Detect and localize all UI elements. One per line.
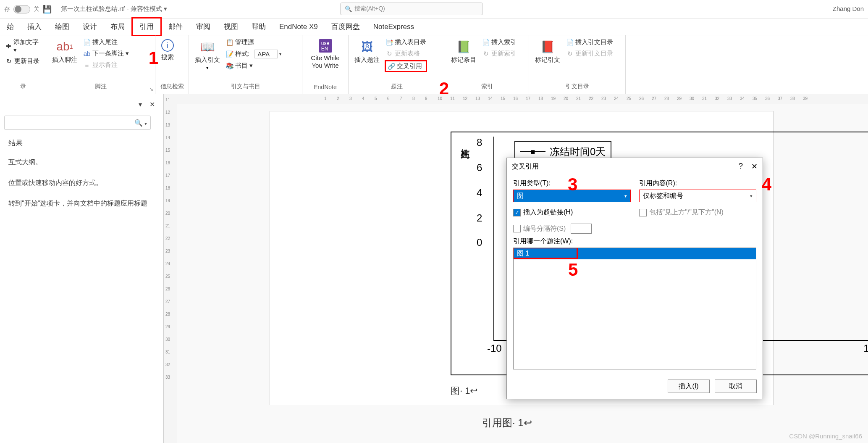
tab-view[interactable]: 视图 xyxy=(217,18,245,35)
insert-button[interactable]: 插入(I) xyxy=(668,380,710,393)
dialog-titlebar[interactable]: 交叉引用 ? ✕ xyxy=(507,158,763,175)
separator-input[interactable] xyxy=(571,224,592,234)
upd-auth-icon: ↻ xyxy=(566,50,574,58)
mark-icon: 📗 xyxy=(456,39,471,54)
ytick-8: 8 xyxy=(477,137,482,148)
bibliography-button[interactable]: 📚书目 ▾ xyxy=(225,61,282,71)
chevron-down-icon: ▾ xyxy=(750,193,753,199)
tab-layout[interactable]: 布局 xyxy=(104,18,131,35)
group-citation: 📖 插入引文▾ 📋管理源 📝样式: APA▾ 📚书目 ▾ 引文与书目 xyxy=(189,35,302,94)
dialog-help-icon[interactable]: ? xyxy=(739,162,743,171)
figure-caption: 图· 1↩ xyxy=(451,385,477,397)
insert-endnote-button[interactable]: 📄插入尾注 xyxy=(82,37,130,47)
annotation-3: 3 xyxy=(568,174,577,195)
manage-sources-button[interactable]: 📋管理源 xyxy=(225,37,282,47)
group-toc: ✚添加文字 ▾ ↻更新目录 录 xyxy=(0,35,46,94)
group-caption-label: 题注 xyxy=(353,82,441,92)
include-position-checkbox[interactable] xyxy=(639,209,647,216)
info-icon: i xyxy=(161,39,174,52)
save-icon[interactable]: 💾 xyxy=(43,5,51,13)
separator-label: 编号分隔符(S) xyxy=(523,224,566,233)
tab-design[interactable]: 设计 xyxy=(76,18,104,35)
nav-result-label: 结果 xyxy=(8,138,155,148)
manage-icon: 📋 xyxy=(226,39,233,46)
search-button[interactable]: i 搜索 xyxy=(160,37,176,63)
mark-citation-button[interactable]: 📕 标记引文 xyxy=(533,37,562,65)
list-item-fig1[interactable]: 图 1 xyxy=(514,248,756,259)
insert-authorities-button[interactable]: 📄插入引文目录 xyxy=(565,37,614,47)
refresh-icon: ↻ xyxy=(5,58,13,65)
ref-content-dropdown[interactable]: 仅标签和编号▾ xyxy=(639,190,757,202)
tab-noteexpress[interactable]: NoteExpress xyxy=(367,19,421,34)
tab-review[interactable]: 审阅 xyxy=(189,18,217,35)
caption-listbox[interactable]: 图 1 5 xyxy=(513,248,756,369)
add-text-button[interactable]: ✚添加文字 ▾ xyxy=(4,37,42,55)
insert-table-figures-button[interactable]: 📑插入表目录 xyxy=(385,37,427,47)
xtick-10: 10 xyxy=(863,343,868,354)
annotation-5: 5 xyxy=(568,260,578,280)
ytick-4: 4 xyxy=(477,187,482,199)
ytick-0: 0 xyxy=(477,237,482,248)
insert-footnote-button[interactable]: ab1 插入脚注 xyxy=(50,37,79,65)
separator-checkbox[interactable] xyxy=(513,225,521,232)
dialog-close-icon[interactable]: ✕ xyxy=(751,162,758,171)
cross-reference-button[interactable]: 🔗交叉引用 xyxy=(385,60,427,72)
chevron-down-icon: ▾ xyxy=(144,121,147,127)
show-icon: ≡ xyxy=(83,61,91,69)
endnote-logo-icon: useEN xyxy=(319,39,332,53)
insert-caption-button[interactable]: 🖼 插入题注 xyxy=(353,37,381,65)
chevron-down-icon: ▾ xyxy=(624,193,627,199)
vertical-ruler[interactable]: 1112131415161718192021222324252627282930… xyxy=(164,94,177,443)
index-icon: 📄 xyxy=(482,39,490,46)
tab-endnote[interactable]: EndNote X9 xyxy=(273,19,325,34)
tab-mailings[interactable]: 邮件 xyxy=(162,18,189,35)
group-authorities: 📕 标记引文 📄插入引文目录 ↻更新引文目录 引文目录 xyxy=(529,35,626,94)
which-caption-label: 引用哪一个题注(W): xyxy=(513,237,756,246)
ytick-6: 6 xyxy=(477,162,482,174)
title-bar: 存 关 💾 第一次土柱试验总结.rtf - 兼容性模式 ▾ 🔍 搜索(Alt+Q… xyxy=(0,0,868,18)
update-index-button: ↻更新索引 xyxy=(481,49,517,58)
include-position-label: 包括"见上方"/"见下方"(N) xyxy=(649,208,724,217)
footnote-icon: ab1 xyxy=(57,39,72,54)
nav-search-input[interactable]: 🔍 ▾ xyxy=(4,116,151,130)
nav-close-icon[interactable]: ✕ xyxy=(149,100,155,108)
tab-draw[interactable]: 绘图 xyxy=(48,18,76,35)
update-toc-button[interactable]: ↻更新目录 xyxy=(4,56,42,66)
tab-help[interactable]: 帮助 xyxy=(245,18,273,35)
insert-index-button[interactable]: 📄插入索引 xyxy=(481,37,517,47)
horizontal-ruler[interactable]: 1234567891011121314151617181920212223242… xyxy=(177,94,868,104)
style-dropdown[interactable]: 📝样式: APA▾ xyxy=(225,49,282,59)
tab-baidu[interactable]: 百度网盘 xyxy=(325,18,367,35)
show-notes-button: ≡显示备注 xyxy=(82,60,130,70)
reference-text: 引用图· 1↩ xyxy=(482,416,532,430)
mark-entry-button[interactable]: 📗 标记条目 xyxy=(449,37,478,65)
citation-icon: 📖 xyxy=(200,39,215,54)
autosave-toggle[interactable] xyxy=(13,5,30,13)
y-axis xyxy=(493,137,494,341)
search-box[interactable]: 🔍 搜索(Alt+Q) xyxy=(340,3,483,15)
group-footnote-label: 脚注 xyxy=(50,82,151,92)
tab-insert[interactable]: 插入 xyxy=(21,18,48,35)
insert-citation-button[interactable]: 📖 插入引文▾ xyxy=(193,37,222,72)
group-research-label: 信息检索 xyxy=(160,82,184,92)
auth-icon: 📄 xyxy=(566,39,574,46)
user-name[interactable]: Zhang Don xyxy=(833,5,864,12)
update-authorities-button: ↻更新引文目录 xyxy=(565,49,614,58)
tab-file[interactable]: 始 xyxy=(0,18,21,35)
table-icon: 📑 xyxy=(385,39,393,46)
update-table-icon: ↻ xyxy=(385,50,393,58)
cite-while-write-button[interactable]: useEN Cite While You Write xyxy=(307,37,344,71)
style-icon: 📝 xyxy=(226,50,233,58)
tab-references[interactable]: 引用 xyxy=(131,17,162,36)
xtick-n10: -10 xyxy=(487,343,502,354)
cross-reference-dialog: 交叉引用 ? ✕ 引用类型(T): 图▾ 3 引用内容(R): 仅标签和 xyxy=(506,158,763,399)
hyperlink-checkbox[interactable]: ✓ xyxy=(513,209,521,216)
legend-row-0: ■冻结时间0天 xyxy=(520,144,606,159)
dialog-title: 交叉引用 xyxy=(512,162,539,171)
cancel-button[interactable]: 取消 xyxy=(715,380,757,393)
group-endnote: useEN Cite While You Write EndNote xyxy=(302,35,349,94)
nav-dropdown-icon[interactable]: ▾ xyxy=(139,100,142,108)
update-index-icon: ↻ xyxy=(482,50,490,58)
next-footnote-button[interactable]: ab下一条脚注 ▾ xyxy=(82,49,130,58)
footnote-launcher-icon[interactable]: ↘ xyxy=(149,87,153,92)
